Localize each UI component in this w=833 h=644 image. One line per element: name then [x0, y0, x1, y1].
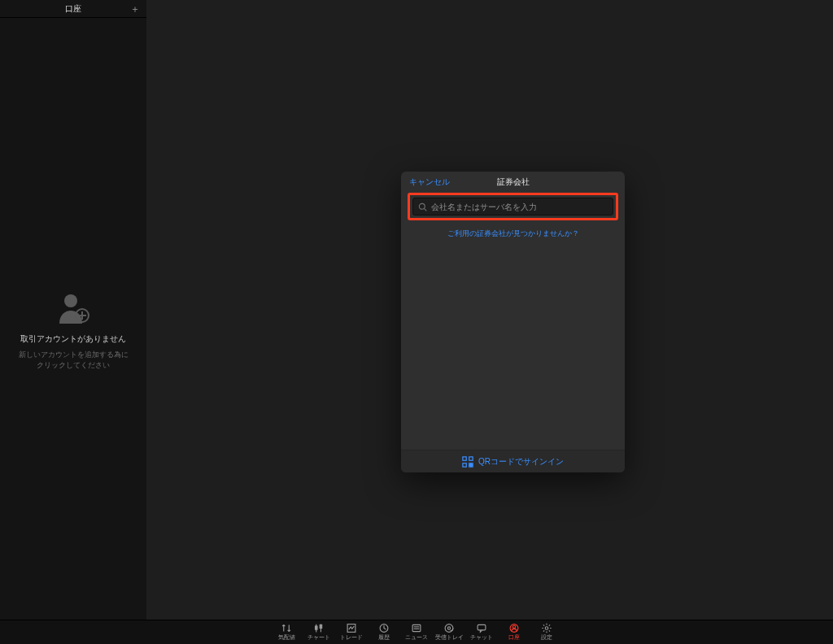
account-icon	[508, 623, 520, 633]
quotes-icon	[281, 623, 292, 633]
tab-label: チャート	[307, 634, 330, 642]
tab-label: 受信トレイ	[435, 634, 464, 642]
svg-rect-24	[478, 624, 486, 630]
chart-icon	[313, 623, 325, 633]
svg-rect-19	[412, 624, 421, 631]
svg-rect-11	[469, 465, 471, 467]
modal-title: 証券会社	[497, 176, 530, 188]
qr-code-icon	[462, 456, 473, 468]
svg-rect-6	[463, 456, 466, 459]
tab-label: トレード	[340, 634, 363, 642]
svg-point-26	[512, 625, 515, 628]
sidebar-header: 口座 ＋	[0, 0, 146, 18]
sidebar: 口座 ＋ 取引アカウントがありません 新しいア	[0, 0, 146, 644]
tab-account[interactable]: 口座	[498, 620, 530, 644]
news-icon	[411, 623, 422, 633]
add-user-icon	[56, 291, 90, 325]
qr-signin-button[interactable]: QRコードでサインイン	[401, 450, 625, 472]
cancel-button[interactable]: キャンセル	[409, 176, 450, 188]
chat-icon	[476, 623, 487, 633]
svg-point-23	[447, 627, 450, 629]
modal-results-area	[401, 239, 625, 450]
tab-label: 履歴	[378, 634, 390, 642]
svg-rect-12	[471, 463, 473, 464]
svg-rect-10	[471, 465, 473, 467]
svg-rect-9	[469, 463, 471, 464]
search-field[interactable]	[412, 198, 613, 215]
inbox-icon	[443, 623, 455, 633]
search-highlight-frame	[408, 193, 618, 220]
svg-rect-14	[316, 626, 317, 629]
broker-modal: キャンセル 証券会社 ご利用の証券会社が見つかりませんか？	[401, 172, 625, 472]
tab-trade[interactable]: トレード	[335, 620, 368, 644]
sidebar-title: 口座	[65, 3, 81, 15]
bottom-tabbar: 気配値 チャート トレード 履歴 ニュース	[0, 620, 833, 644]
tab-news[interactable]: ニュース	[400, 620, 433, 644]
svg-line-5	[425, 208, 427, 211]
broker-search-input[interactable]	[431, 202, 608, 211]
gear-icon	[541, 623, 552, 633]
tab-label: ニュース	[405, 634, 428, 642]
search-icon	[418, 202, 427, 211]
tab-inbox[interactable]: 受信トレイ	[433, 620, 465, 644]
history-icon	[378, 623, 390, 633]
tab-quotes[interactable]: 気配値	[270, 620, 303, 644]
tab-label: 気配値	[278, 634, 295, 642]
broker-not-found-link[interactable]: ご利用の証券会社が見つかりませんか？	[401, 228, 625, 239]
svg-point-4	[419, 203, 425, 209]
tab-label: 設定	[541, 634, 552, 642]
modal-header: キャンセル 証券会社	[401, 172, 625, 193]
empty-account-subtitle: 新しいアカウントを追加する為に クリックしてください	[19, 350, 129, 370]
search-wrap	[401, 193, 625, 220]
tab-settings[interactable]: 設定	[530, 620, 563, 644]
add-account-icon[interactable]: ＋	[130, 4, 140, 14]
tab-chat[interactable]: チャット	[465, 620, 498, 644]
svg-rect-8	[463, 463, 466, 466]
svg-rect-16	[320, 624, 321, 628]
tab-label: チャット	[470, 634, 493, 642]
sidebar-body: 取引アカウントがありません 新しいアカウントを追加する為に クリックしてください	[0, 18, 146, 644]
svg-point-0	[64, 294, 77, 307]
empty-account-placeholder[interactable]: 取引アカウントがありません 新しいアカウントを追加する為に クリックしてください	[19, 291, 129, 370]
empty-account-title: 取引アカウントがありません	[20, 333, 126, 345]
svg-rect-7	[469, 456, 473, 459]
tab-label: 口座	[508, 634, 520, 642]
tab-chart[interactable]: チャート	[303, 620, 335, 644]
trade-icon	[346, 623, 357, 633]
qr-signin-label: QRコードでサインイン	[478, 456, 564, 468]
tab-history[interactable]: 履歴	[368, 620, 400, 644]
svg-point-27	[545, 627, 548, 630]
